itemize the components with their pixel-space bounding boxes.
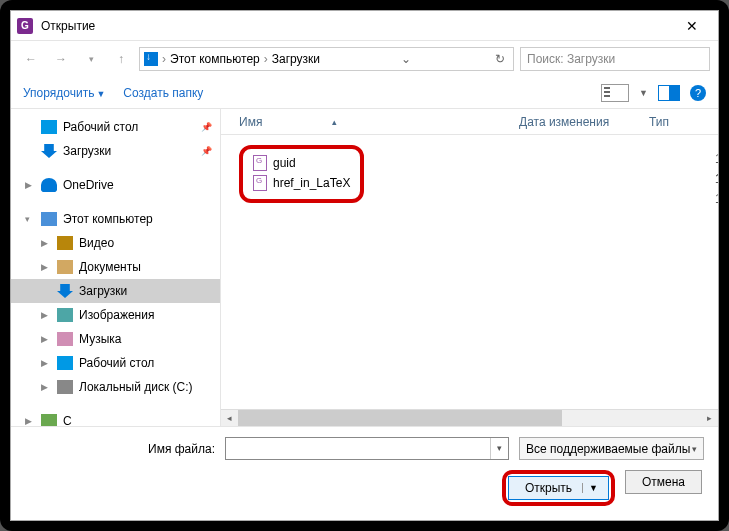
expand-icon[interactable]: ▶: [41, 334, 48, 344]
close-icon[interactable]: ✕: [672, 18, 712, 34]
file-dates: 10.06.2017 12:32 10.06.2017 12:35: [715, 149, 718, 189]
toolbar: Упорядочить▼ Создать папку ▼ ?: [11, 77, 718, 109]
view-dropdown-icon[interactable]: ▼: [639, 88, 648, 98]
images-icon: [57, 308, 73, 322]
chevron-right-icon: ›: [264, 52, 268, 66]
expand-icon[interactable]: ▶: [41, 238, 48, 248]
search-input[interactable]: Поиск: Загрузки: [520, 47, 710, 71]
horizontal-scrollbar[interactable]: ◂ ▸: [221, 409, 718, 426]
new-folder-button[interactable]: Создать папку: [123, 86, 203, 100]
sidebar-item-desktop-pc[interactable]: ▶Рабочий стол: [11, 351, 220, 375]
sidebar-item-onedrive[interactable]: ▶OneDrive: [11, 173, 220, 197]
address-bar[interactable]: › Этот компьютер › Загрузки ⌄ ↻: [139, 47, 514, 71]
file-row[interactable]: href_in_LaTeX: [253, 173, 350, 193]
filename-field[interactable]: [226, 438, 490, 459]
filename-dropdown-icon[interactable]: ▾: [490, 438, 508, 459]
collapse-icon[interactable]: ▾: [25, 214, 30, 224]
file-filter-combo[interactable]: Все поддерживаемые файлы ▾: [519, 437, 704, 460]
refresh-icon[interactable]: ↻: [491, 52, 509, 66]
open-split-icon[interactable]: ▼: [582, 483, 598, 493]
pdf-file-icon: [253, 155, 267, 171]
cancel-button[interactable]: Отмена: [625, 470, 702, 494]
sidebar-item-disk-c[interactable]: ▶Локальный диск (C:): [11, 375, 220, 399]
dialog-footer: Имя файла: ▾ Все поддерживаемые файлы ▾ …: [11, 426, 718, 520]
sidebar-item-videos[interactable]: ▶Видео: [11, 231, 220, 255]
documents-icon: [57, 260, 73, 274]
sidebar: Рабочий стол📌 Загрузки📌 ▶OneDrive ▾Этот …: [11, 109, 221, 426]
desktop-icon: [57, 356, 73, 370]
downloads-folder-icon: [144, 52, 158, 66]
help-icon[interactable]: ?: [690, 85, 706, 101]
file-name: guid: [273, 156, 296, 170]
scroll-left-icon[interactable]: ◂: [221, 413, 238, 423]
open-dialog: G Открытие ✕ ← → ▾ ↑ › Этот компьютер › …: [10, 10, 719, 521]
view-options-icon[interactable]: [601, 84, 629, 102]
filename-label: Имя файла:: [25, 442, 215, 456]
filter-dropdown-icon: ▾: [692, 444, 697, 454]
files-area[interactable]: guid href_in_LaTeX 10.06.2017 12:32 10.0…: [221, 135, 718, 409]
expand-icon[interactable]: ▶: [41, 262, 48, 272]
expand-icon[interactable]: ▶: [41, 358, 48, 368]
filename-input[interactable]: ▾: [225, 437, 509, 460]
music-icon: [57, 332, 73, 346]
sidebar-item-this-pc[interactable]: ▾Этот компьютер: [11, 207, 220, 231]
search-placeholder: Поиск: Загрузки: [527, 52, 615, 66]
breadcrumb-current[interactable]: Загрузки: [272, 52, 320, 66]
up-button[interactable]: ↑: [109, 47, 133, 71]
sidebar-item-images[interactable]: ▶Изображения: [11, 303, 220, 327]
file-row[interactable]: guid: [253, 153, 350, 173]
network-icon: [41, 414, 57, 426]
video-icon: [57, 236, 73, 250]
pc-icon: [41, 212, 57, 226]
expand-icon[interactable]: ▶: [25, 416, 32, 426]
column-headers: Имя▴ Дата изменения Тип: [221, 109, 718, 135]
preview-pane-icon[interactable]: [658, 85, 680, 101]
scroll-right-icon[interactable]: ▸: [701, 413, 718, 423]
disk-icon: [57, 380, 73, 394]
pin-icon: 📌: [201, 146, 212, 156]
titlebar: G Открытие ✕: [11, 11, 718, 41]
desktop-icon: [41, 120, 57, 134]
address-dropdown-icon[interactable]: ⌄: [397, 52, 415, 66]
onedrive-icon: [41, 178, 57, 192]
file-name: href_in_LaTeX: [273, 176, 350, 190]
forward-button: →: [49, 47, 73, 71]
chevron-right-icon: ›: [162, 52, 166, 66]
breadcrumb-root[interactable]: Этот компьютер: [170, 52, 260, 66]
scroll-thumb[interactable]: [238, 410, 562, 426]
pdf-file-icon: [253, 175, 267, 191]
highlight-annotation: Открыть ▼: [502, 470, 615, 506]
sidebar-item-music[interactable]: ▶Музыка: [11, 327, 220, 351]
nav-row: ← → ▾ ↑ › Этот компьютер › Загрузки ⌄ ↻ …: [11, 41, 718, 77]
expand-icon[interactable]: ▶: [25, 180, 32, 190]
highlight-annotation: guid href_in_LaTeX: [239, 145, 364, 203]
sort-asc-icon: ▴: [332, 117, 337, 127]
column-date[interactable]: Дата изменения: [519, 115, 649, 129]
window-title: Открытие: [41, 19, 672, 33]
recent-button[interactable]: ▾: [79, 47, 103, 71]
sidebar-item-downloads-pc[interactable]: Загрузки: [11, 279, 220, 303]
sidebar-item-documents[interactable]: ▶Документы: [11, 255, 220, 279]
column-type[interactable]: Тип: [649, 115, 718, 129]
app-icon: G: [17, 18, 33, 34]
sidebar-item-network[interactable]: ▶С: [11, 409, 220, 426]
organize-button[interactable]: Упорядочить▼: [23, 86, 105, 100]
expand-icon[interactable]: ▶: [41, 382, 48, 392]
downloads-icon: [57, 284, 73, 298]
expand-icon[interactable]: ▶: [41, 310, 48, 320]
column-name[interactable]: Имя▴: [239, 115, 519, 129]
back-button[interactable]: ←: [19, 47, 43, 71]
sidebar-item-downloads[interactable]: Загрузки📌: [11, 139, 220, 163]
file-list: Имя▴ Дата изменения Тип guid href_in_LaT…: [221, 109, 718, 426]
downloads-icon: [41, 144, 57, 158]
pin-icon: 📌: [201, 122, 212, 132]
sidebar-item-desktop[interactable]: Рабочий стол📌: [11, 115, 220, 139]
open-button[interactable]: Открыть ▼: [508, 476, 609, 500]
